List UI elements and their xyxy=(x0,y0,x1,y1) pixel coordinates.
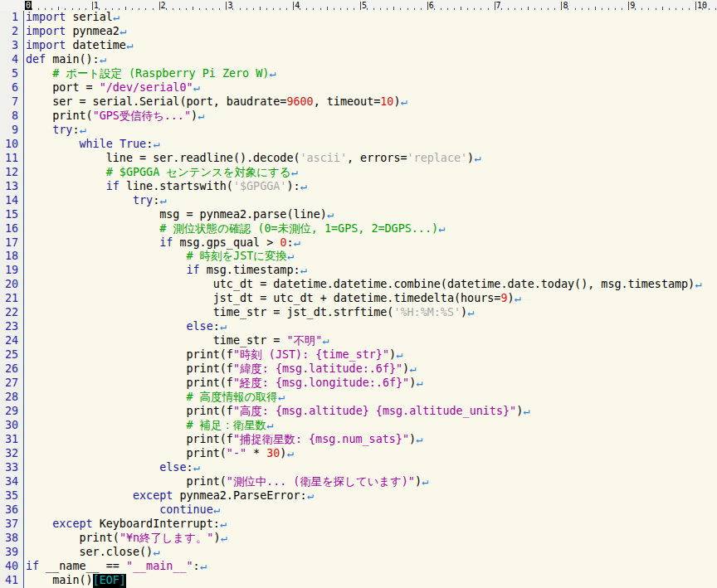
ruler-tick xyxy=(132,8,133,10)
code-line[interactable]: print("¥n終了します。")↵ xyxy=(26,532,717,546)
line-number: 2 xyxy=(0,25,23,39)
code-token: # 高度情報の取得 xyxy=(186,391,277,403)
ruler-tick xyxy=(628,2,629,10)
line-break-mark-icon: ↵ xyxy=(422,475,428,488)
code-token: # $GPGGA センテンスを対象にする xyxy=(106,166,291,178)
ruler-tick xyxy=(293,2,294,10)
code-line[interactable]: except KeyboardInterrupt:↵ xyxy=(26,518,717,532)
ruler-tick xyxy=(226,2,227,10)
ruler-tick xyxy=(206,8,207,10)
line-break-mark-icon: ↵ xyxy=(193,461,200,474)
code-line[interactable]: jst_dt = utc_dt + datetime.timedelta(hou… xyxy=(26,292,717,306)
line-number: 30 xyxy=(0,419,23,433)
code-line[interactable]: line = ser.readline().decode('ascii', er… xyxy=(26,152,717,166)
ruler-tick xyxy=(45,8,46,10)
code-line[interactable]: print("-" * 30)↵ xyxy=(26,447,717,461)
code-line[interactable]: import datetime↵ xyxy=(26,39,717,53)
code-line[interactable]: # 補足：衛星数↵ xyxy=(26,419,717,433)
code-token xyxy=(26,461,159,474)
code-line[interactable]: time_str = jst_dt.strftime('%H:%M:%S')↵ xyxy=(26,306,717,320)
code-line[interactable]: print(f"高度: {msg.altitude} {msg.altitude… xyxy=(26,405,717,419)
code-line[interactable]: time_str = "不明"↵ xyxy=(26,334,717,348)
code-line[interactable]: msg = pynmea2.parse(line)↵ xyxy=(26,208,717,222)
ruler-tick xyxy=(125,7,126,10)
code-token: continue xyxy=(159,503,213,516)
code-token: # 測位状態の確認 (0=未測位, 1=GPS, 2=DGPS...) xyxy=(159,222,438,235)
code-line[interactable]: port = "/dev/serial0"↵ xyxy=(26,81,717,95)
ruler-tick xyxy=(320,8,321,10)
ruler-tick xyxy=(240,8,241,10)
code-token: pynmea2 xyxy=(66,25,120,37)
code-line[interactable]: print("GPS受信待ち...")↵ xyxy=(26,109,717,124)
ruler-tick xyxy=(380,8,381,10)
code-token xyxy=(26,503,159,516)
ruler-tick xyxy=(92,2,93,10)
ruler-tick xyxy=(65,8,66,10)
ruler-tick xyxy=(575,8,576,10)
code-line[interactable]: try:↵ xyxy=(26,124,717,138)
line-number: 1 xyxy=(0,11,23,25)
editor-content: 1234567891011121314151617181920212223242… xyxy=(0,11,717,588)
code-area[interactable]: import serial↵import pynmea2↵import date… xyxy=(24,11,717,588)
code-line[interactable]: def main():↵ xyxy=(26,53,717,67)
code-token: "/dev/serial0" xyxy=(100,81,193,94)
code-line[interactable]: print("測位中... (衛星を探しています)")↵ xyxy=(26,475,717,489)
line-break-mark-icon: ↵ xyxy=(287,250,294,262)
code-line[interactable]: import pynmea2↵ xyxy=(26,25,717,39)
code-line[interactable]: print(f"経度: {msg.longitude:.6f}")↵ xyxy=(26,377,717,391)
code-line[interactable]: ser.close()↵ xyxy=(26,546,717,560)
code-line[interactable]: ser = serial.Serial(port, baudrate=9600,… xyxy=(26,95,717,109)
ruler-tick xyxy=(474,8,475,10)
ruler-tick xyxy=(32,8,32,10)
code-line[interactable]: while True:↵ xyxy=(26,138,717,152)
code-line[interactable]: # 時刻をJSTに変換↵ xyxy=(26,250,717,264)
code-token: ) xyxy=(409,433,416,445)
code-token: : xyxy=(187,461,193,474)
ruler-tick xyxy=(253,8,254,10)
code-line[interactable]: if msg.gps_qual > 0:↵ xyxy=(26,236,717,250)
code-line[interactable]: print(f"緯度: {msg.latitude:.6f}")↵ xyxy=(26,362,717,377)
code-line[interactable]: continue↵ xyxy=(26,503,717,518)
code-line[interactable]: main()[EOF] xyxy=(26,574,717,588)
code-line[interactable]: utc_dt = datetime.datetime.combine(datet… xyxy=(26,278,717,292)
code-line[interactable]: except pynmea2.ParseError:↵ xyxy=(26,489,717,503)
code-token xyxy=(26,166,106,178)
code-line[interactable]: if msg.timestamp:↵ xyxy=(26,264,717,278)
code-token xyxy=(26,194,133,207)
code-token xyxy=(26,250,186,262)
line-number: 7 xyxy=(0,95,23,109)
code-line[interactable]: # $GPGGA センテンスを対象にする↵ xyxy=(26,166,717,180)
code-line[interactable]: # ポート設定 (Raspberry Pi Zero W)↵ xyxy=(26,67,717,81)
line-break-mark-icon: ↵ xyxy=(198,109,204,122)
ruler-tick xyxy=(38,8,39,10)
ruler-tick xyxy=(79,8,80,10)
code-line[interactable]: if __name__ == "__main__":↵ xyxy=(26,560,717,574)
code-token: ser.close() xyxy=(26,546,153,558)
ruler-tick xyxy=(622,8,622,10)
code-token: if xyxy=(186,264,199,276)
line-number: 31 xyxy=(0,433,23,447)
code-line[interactable]: # 高度情報の取得↵ xyxy=(26,391,717,405)
ruler-tick xyxy=(145,8,146,10)
line-break-mark-icon: ↵ xyxy=(438,222,445,235)
code-token: True xyxy=(120,138,146,150)
code-token: # 補足：衛星数 xyxy=(186,419,266,431)
code-line[interactable]: if line.startswith('$GPGGA'):↵ xyxy=(26,180,717,194)
code-line[interactable]: try:↵ xyxy=(26,194,717,208)
code-token: ser = serial.Serial(port, baudrate= xyxy=(26,95,286,108)
line-break-mark-icon: ↵ xyxy=(193,81,200,94)
ruler-tick xyxy=(689,8,690,10)
code-line[interactable]: else:↵ xyxy=(26,461,717,475)
code-line[interactable]: else:↵ xyxy=(26,320,717,334)
code-token: pynmea2.ParseError: xyxy=(173,489,306,502)
code-line[interactable]: # 測位状態の確認 (0=未測位, 1=GPS, 2=DGPS...)↵ xyxy=(26,222,717,236)
code-token: # ポート設定 (Raspberry Pi Zero W) xyxy=(52,67,269,80)
ruler-tick xyxy=(709,8,710,10)
code-token: print( xyxy=(26,532,120,544)
code-line[interactable]: print(f"時刻 (JST): {time_str}")↵ xyxy=(26,348,717,362)
line-number: 27 xyxy=(0,377,23,391)
code-token: import xyxy=(26,11,66,23)
code-line[interactable]: print(f"捕捉衛星数: {msg.num_sats}")↵ xyxy=(26,433,717,447)
code-line[interactable]: import serial↵ xyxy=(26,11,717,25)
ruler-tick xyxy=(300,8,300,10)
